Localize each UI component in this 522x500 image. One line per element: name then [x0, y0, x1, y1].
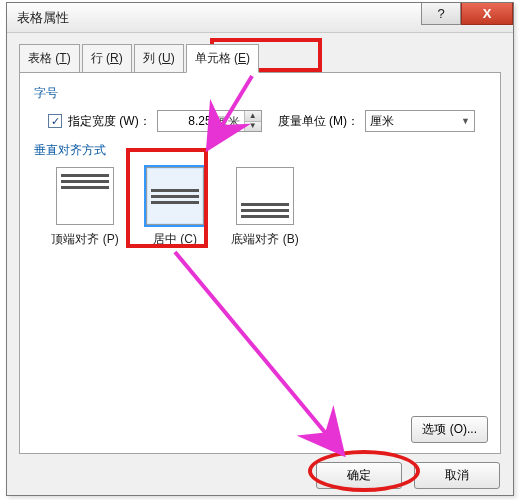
align-center-label: 居中 (C) [153, 231, 197, 248]
width-input[interactable] [158, 111, 216, 131]
tab-cell[interactable]: 单元格 (E) [186, 44, 259, 73]
options-button[interactable]: 选项 (O)... [411, 416, 488, 443]
tab-pane: 字号 ✓ 指定宽度 (W)： 厘米 ▲ ▼ 度量单位 (M)： 厘米 ▼ [19, 72, 501, 454]
specify-width-checkbox[interactable]: ✓ [48, 114, 62, 128]
specify-width-label: 指定宽度 (W)： [68, 113, 151, 130]
cancel-button[interactable]: 取消 [414, 462, 500, 489]
tab-row[interactable]: 行 (R) [82, 44, 132, 73]
width-unit: 厘米 [216, 111, 244, 131]
tab-table[interactable]: 表格 (T) [19, 44, 80, 73]
width-step-down[interactable]: ▼ [245, 121, 261, 131]
width-spinner[interactable]: 厘米 ▲ ▼ [157, 110, 262, 132]
close-button[interactable]: X [461, 3, 513, 25]
help-button[interactable]: ? [421, 3, 461, 25]
valign-section-label: 垂直对齐方式 [34, 142, 486, 159]
size-section-label: 字号 [34, 85, 486, 102]
tab-column[interactable]: 列 (U) [134, 44, 184, 73]
width-step-up[interactable]: ▲ [245, 111, 261, 121]
window-title: 表格属性 [17, 9, 69, 27]
chevron-down-icon: ▼ [461, 116, 470, 126]
title-bar: 表格属性 ? X [7, 3, 513, 33]
align-bottom-label: 底端对齐 (B) [231, 231, 298, 248]
align-bottom-button[interactable]: 底端对齐 (B) [228, 167, 302, 248]
measure-label: 度量单位 (M)： [278, 113, 359, 130]
dialog-window: 表格属性 ? X 表格 (T) 行 (R) 列 (U) 单元格 (E) 字号 ✓ [6, 2, 514, 496]
align-center-button[interactable]: 居中 (C) [138, 167, 212, 248]
align-top-button[interactable]: 顶端对齐 (P) [48, 167, 122, 248]
align-top-label: 顶端对齐 (P) [51, 231, 118, 248]
measure-unit-value: 厘米 [370, 113, 394, 130]
tab-strip: 表格 (T) 行 (R) 列 (U) 单元格 (E) [19, 44, 501, 73]
measure-unit-select[interactable]: 厘米 ▼ [365, 110, 475, 132]
ok-button[interactable]: 确定 [316, 462, 402, 489]
